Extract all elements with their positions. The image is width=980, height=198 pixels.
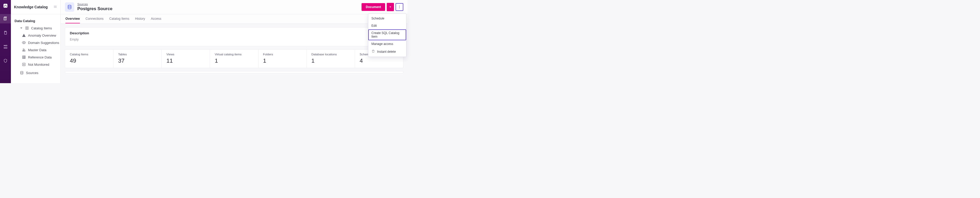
chevron-down-icon <box>20 26 23 30</box>
page-title: Postgres Source <box>77 6 112 11</box>
breadcrumb[interactable]: Sources <box>77 3 112 6</box>
stats-card: Catalog Items 49 Tables 37 Views 11 Virt… <box>65 50 403 68</box>
menu-item-create-sql-catalog-item[interactable]: Create SQL Catalog Item <box>368 29 406 40</box>
svg-point-7 <box>23 49 24 50</box>
stat-folders: Folders 1 <box>258 50 307 68</box>
svg-rect-4 <box>5 45 7 46</box>
app-logo[interactable] <box>2 2 9 10</box>
sidebar: Knowledge Catalog Data Catalog Catalog I… <box>11 0 61 83</box>
stat-views: Views 11 <box>162 50 210 68</box>
more-actions-menu: Schedule Edit Create SQL Catalog Item Ma… <box>368 13 406 57</box>
sidebar-section-data-catalog[interactable]: Data Catalog <box>11 18 60 24</box>
people-icon <box>22 48 26 52</box>
sidebar-item-not-monitored[interactable]: Not Monitored <box>11 61 60 68</box>
page-header: Sources Postgres Source Document Schedul… <box>61 0 407 14</box>
description-title: Description <box>70 31 398 35</box>
stat-database-locations: Database locations 1 <box>307 50 355 68</box>
svg-rect-0 <box>4 4 8 8</box>
sidebar-item-sources[interactable]: Sources <box>11 69 60 77</box>
stat-tables: Tables 37 <box>113 50 162 68</box>
more-actions-button[interactable] <box>396 3 403 11</box>
svg-point-16 <box>399 8 400 8</box>
grid-icon <box>22 55 26 59</box>
eye-icon <box>22 40 26 45</box>
svg-point-3 <box>4 48 5 48</box>
svg-point-14 <box>399 6 400 6</box>
menu-item-manage-access[interactable]: Manage access <box>368 40 406 48</box>
svg-point-15 <box>399 7 400 7</box>
tab-catalog-items[interactable]: Catalog Items <box>109 14 129 23</box>
app-rail <box>0 0 11 83</box>
svg-point-8 <box>24 49 25 50</box>
warning-icon <box>22 33 26 37</box>
svg-rect-10 <box>22 63 25 66</box>
menu-item-instant-delete[interactable]: Instant delete <box>368 48 406 56</box>
svg-point-6 <box>23 42 24 43</box>
svg-rect-1 <box>5 32 6 34</box>
menu-item-schedule[interactable]: Schedule <box>368 15 406 22</box>
rail-item-nodes[interactable] <box>0 42 11 51</box>
svg-rect-9 <box>22 56 25 59</box>
tabs: Overview Connections Catalog Items Histo… <box>61 14 407 24</box>
svg-point-2 <box>4 45 5 46</box>
sidebar-item-reference-data[interactable]: Reference Data <box>11 54 60 61</box>
rail-item-copy[interactable] <box>0 28 11 37</box>
sidebar-header: Knowledge Catalog <box>11 0 60 14</box>
monitor-off-icon <box>22 62 26 67</box>
book-icon <box>25 26 29 30</box>
stat-catalog-items: Catalog Items 49 <box>65 50 113 68</box>
tab-overview[interactable]: Overview <box>65 14 80 23</box>
svg-point-13 <box>68 5 71 6</box>
database-icon <box>20 71 24 75</box>
description-value: Empty <box>70 38 398 42</box>
rail-item-shield[interactable] <box>0 56 11 65</box>
sidebar-group-catalog-items[interactable]: Catalog Items <box>11 24 60 32</box>
stat-virtual-catalog-items: Virtual catalog items 1 <box>210 50 258 68</box>
description-card: Description Empty <box>65 27 403 46</box>
sidebar-item-anomaly-overview[interactable]: Anomaly Overview <box>11 32 60 39</box>
main: Sources Postgres Source Document Schedul… <box>61 0 407 83</box>
sidebar-item-master-data[interactable]: Master Data <box>11 46 60 54</box>
svg-rect-5 <box>5 48 7 48</box>
menu-toggle-icon[interactable] <box>53 5 57 10</box>
rail-item-catalog[interactable] <box>0 14 11 23</box>
tab-access[interactable]: Access <box>151 14 161 23</box>
trash-icon <box>371 50 375 54</box>
source-database-icon <box>65 2 74 12</box>
tab-history[interactable]: History <box>135 14 145 23</box>
document-button[interactable]: Document <box>361 3 385 11</box>
document-button-dropdown[interactable] <box>387 3 394 11</box>
sidebar-item-domain-suggestions[interactable]: Domain Suggestions <box>11 39 60 46</box>
sidebar-tree: Data Catalog Catalog Items Anomaly Overv… <box>11 14 60 80</box>
tab-connections[interactable]: Connections <box>86 14 104 23</box>
menu-item-edit[interactable]: Edit <box>368 22 406 29</box>
svg-point-12 <box>21 71 23 72</box>
next-card-placeholder <box>65 71 403 73</box>
app-title: Knowledge Catalog <box>14 5 48 9</box>
svg-point-11 <box>23 64 24 65</box>
